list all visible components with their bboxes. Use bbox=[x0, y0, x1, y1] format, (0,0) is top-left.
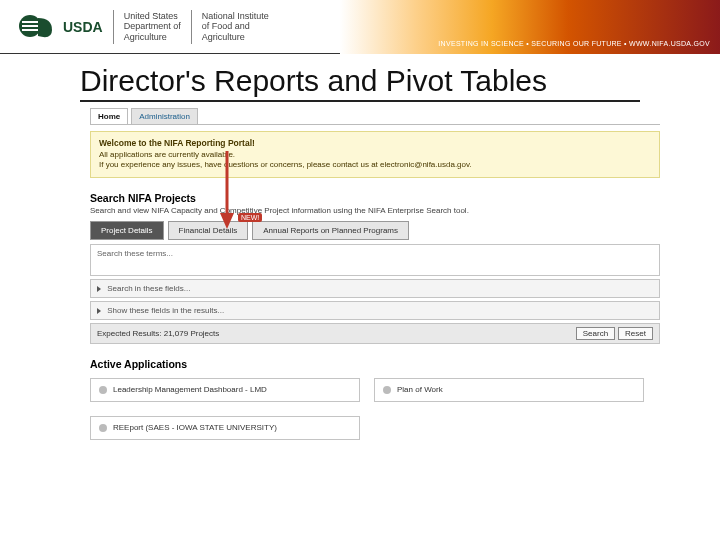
svg-rect-3 bbox=[22, 29, 38, 31]
welcome-line: All applications are currently available… bbox=[99, 150, 651, 160]
svg-rect-2 bbox=[22, 25, 38, 27]
results-row: Expected Results: 21,079 Projects Search… bbox=[90, 323, 660, 344]
app-label: REEport (SAES - IOWA STATE UNIVERSITY) bbox=[113, 423, 277, 432]
search-sub: Search and view NIFA Capacity and Compet… bbox=[90, 206, 660, 215]
search-header: Search NIFA Projects bbox=[90, 192, 660, 204]
divider bbox=[113, 10, 114, 44]
divider bbox=[191, 10, 192, 44]
welcome-box: Welcome to the NIFA Reporting Portal! Al… bbox=[90, 131, 660, 178]
nav-tabs: Home Administration bbox=[90, 108, 660, 124]
usda-abbr: USDA bbox=[63, 19, 103, 35]
app-icon bbox=[99, 386, 107, 394]
app-label: Plan of Work bbox=[397, 385, 443, 394]
svg-rect-1 bbox=[22, 21, 38, 23]
page-title: Director's Reports and Pivot Tables bbox=[80, 64, 640, 102]
search-button[interactable]: Search bbox=[576, 327, 615, 340]
search-tabs: Project Details Financial Details Annual… bbox=[90, 221, 660, 240]
banner-tagline: INVESTING IN SCIENCE • SECURING OUR FUTU… bbox=[438, 40, 710, 47]
org-nifa: National Institute of Food and Agricultu… bbox=[202, 11, 269, 42]
chevron-right-icon bbox=[97, 286, 101, 292]
app-icon bbox=[99, 424, 107, 432]
app-card-plan-of-work[interactable]: Plan of Work bbox=[374, 378, 644, 402]
new-badge: NEW! bbox=[238, 213, 262, 222]
active-apps-grid: Leadership Management Dashboard - LMD Pl… bbox=[90, 378, 660, 440]
expander-show-fields[interactable]: Show these fields in the results... bbox=[90, 301, 660, 320]
usda-banner: USDA United States Department of Agricul… bbox=[0, 0, 720, 54]
svg-marker-5 bbox=[220, 213, 234, 229]
app-label: Leadership Management Dashboard - LMD bbox=[113, 385, 267, 394]
expander-search-fields[interactable]: Search in these fields... bbox=[90, 279, 660, 298]
welcome-line: If you experience any issues, have quest… bbox=[99, 160, 651, 170]
welcome-title: Welcome to the NIFA Reporting Portal! bbox=[99, 138, 651, 148]
tab-annual-reports[interactable]: Annual Reports on Planned Programs bbox=[252, 221, 409, 240]
nav-separator bbox=[90, 124, 660, 125]
chevron-right-icon bbox=[97, 308, 101, 314]
tab-administration[interactable]: Administration bbox=[131, 108, 198, 124]
expander-label: Show these fields in the results... bbox=[107, 306, 224, 315]
annotation-arrow-icon bbox=[217, 151, 237, 231]
reset-button[interactable]: Reset bbox=[618, 327, 653, 340]
org-dept-agriculture: United States Department of Agriculture bbox=[124, 11, 181, 42]
tab-home[interactable]: Home bbox=[90, 108, 128, 124]
usda-logo: USDA bbox=[0, 12, 103, 42]
expander-label: Search in these fields... bbox=[107, 284, 190, 293]
usda-shield-icon bbox=[18, 12, 60, 42]
search-terms-input[interactable]: Search these terms... bbox=[90, 244, 660, 276]
tab-project-details[interactable]: Project Details bbox=[90, 221, 164, 240]
app-icon bbox=[383, 386, 391, 394]
portal: Home Administration Welcome to the NIFA … bbox=[90, 108, 660, 440]
active-apps-header: Active Applications bbox=[90, 358, 660, 370]
app-card-lmd[interactable]: Leadership Management Dashboard - LMD bbox=[90, 378, 360, 402]
app-card-reeport[interactable]: REEport (SAES - IOWA STATE UNIVERSITY) bbox=[90, 416, 360, 440]
expected-results: Expected Results: 21,079 Projects bbox=[97, 329, 219, 338]
search-terms-label: Search these terms... bbox=[97, 249, 653, 258]
